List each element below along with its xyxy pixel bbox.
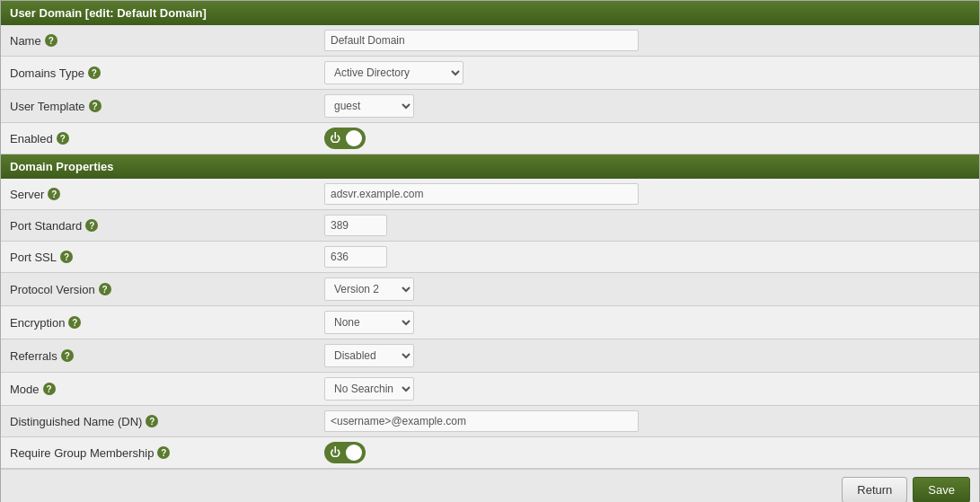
- enabled-help-icon[interactable]: ?: [57, 132, 69, 145]
- port-standard-label: Port Standard: [10, 219, 82, 233]
- referrals-row: Referrals ? Disabled Enabled: [1, 339, 979, 373]
- encryption-control: None SSL TLS: [324, 311, 970, 334]
- require-group-slider: ⏻: [324, 442, 366, 463]
- server-help-icon[interactable]: ?: [48, 188, 60, 200]
- port-standard-help-icon[interactable]: ?: [85, 219, 98, 232]
- domains-type-select[interactable]: Active Directory LDAP Local: [324, 61, 464, 84]
- encryption-label: Encryption: [10, 316, 65, 330]
- mode-row: Mode ? No Searching Anonymous Authentica…: [1, 373, 979, 406]
- require-group-on-icon: ⏻: [330, 446, 340, 459]
- enabled-toggle[interactable]: ⏻: [324, 128, 366, 149]
- mode-help-icon[interactable]: ?: [43, 383, 56, 395]
- name-label-area: Name ?: [10, 34, 324, 48]
- name-row: Name ?: [1, 25, 979, 57]
- name-control: [324, 30, 970, 51]
- user-template-row: User Template ? guest admin user: [1, 90, 979, 123]
- referrals-help-icon[interactable]: ?: [61, 349, 74, 362]
- footer: Return Save: [1, 469, 979, 502]
- name-help-icon[interactable]: ?: [45, 34, 57, 47]
- referrals-select[interactable]: Disabled Enabled: [324, 344, 414, 367]
- dn-control: [324, 410, 970, 432]
- require-group-toggle[interactable]: ⏻: [324, 442, 366, 463]
- dn-input[interactable]: [324, 410, 639, 432]
- user-template-help-icon[interactable]: ?: [89, 100, 102, 112]
- domains-type-label-area: Domains Type ?: [10, 66, 324, 80]
- encryption-row: Encryption ? None SSL TLS: [1, 306, 979, 339]
- port-ssl-help-icon[interactable]: ?: [60, 251, 73, 263]
- referrals-control: Disabled Enabled: [324, 344, 970, 367]
- name-input[interactable]: [324, 30, 639, 51]
- encryption-label-area: Encryption ?: [10, 316, 324, 330]
- dn-label-area: Distinguished Name (DN) ?: [10, 415, 324, 428]
- require-group-row: Require Group Membership ? ⏻: [1, 437, 979, 469]
- section-header-1: User Domain [edit: Default Domain]: [1, 1, 979, 25]
- port-standard-control: [324, 215, 970, 236]
- protocol-version-label: Protocol Version: [10, 283, 95, 296]
- user-template-label: User Template: [10, 100, 85, 113]
- domains-type-row: Domains Type ? Active Directory LDAP Loc…: [1, 57, 979, 90]
- server-control: [324, 183, 970, 205]
- domains-type-help-icon[interactable]: ?: [88, 66, 101, 79]
- enabled-on-icon: ⏻: [330, 132, 340, 145]
- domains-type-label: Domains Type: [10, 66, 84, 80]
- server-label-area: Server ?: [10, 188, 324, 201]
- referrals-label: Referrals: [10, 349, 57, 363]
- require-group-label: Require Group Membership: [10, 446, 154, 460]
- mode-label: Mode: [10, 383, 40, 396]
- referrals-label-area: Referrals ?: [10, 349, 324, 363]
- main-container: User Domain [edit: Default Domain] Name …: [0, 0, 980, 502]
- section-title-1: User Domain [edit: Default Domain]: [10, 6, 207, 20]
- require-group-help-icon[interactable]: ?: [157, 446, 170, 459]
- require-group-label-area: Require Group Membership ?: [10, 446, 324, 460]
- require-group-control: ⏻: [324, 442, 970, 463]
- port-standard-input[interactable]: [324, 215, 387, 236]
- domains-type-control: Active Directory LDAP Local: [324, 61, 970, 84]
- protocol-version-label-area: Protocol Version ?: [10, 283, 324, 296]
- enabled-row: Enabled ? ⏻: [1, 123, 979, 154]
- mode-label-area: Mode ?: [10, 383, 324, 396]
- port-standard-row: Port Standard ?: [1, 210, 979, 242]
- section-header-2: Domain Properties: [1, 154, 979, 179]
- protocol-version-row: Protocol Version ? Version 2 Version 3: [1, 273, 979, 306]
- mode-control: No Searching Anonymous Authenticated: [324, 377, 970, 401]
- enabled-label-area: Enabled ?: [10, 132, 324, 145]
- protocol-version-control: Version 2 Version 3: [324, 277, 970, 301]
- encryption-help-icon[interactable]: ?: [68, 316, 81, 329]
- protocol-version-help-icon[interactable]: ?: [99, 283, 111, 295]
- port-ssl-row: Port SSL ?: [1, 242, 979, 273]
- port-ssl-input[interactable]: [324, 246, 387, 268]
- port-standard-label-area: Port Standard ?: [10, 219, 324, 233]
- save-button[interactable]: Save: [913, 477, 970, 502]
- dn-label: Distinguished Name (DN): [10, 415, 142, 428]
- dn-help-icon[interactable]: ?: [146, 415, 158, 427]
- user-template-control: guest admin user: [324, 94, 970, 118]
- dn-row: Distinguished Name (DN) ?: [1, 406, 979, 437]
- user-template-label-area: User Template ?: [10, 100, 324, 113]
- port-ssl-label-area: Port SSL ?: [10, 251, 324, 264]
- port-ssl-label: Port SSL: [10, 251, 57, 264]
- server-label: Server: [10, 188, 44, 201]
- port-ssl-control: [324, 246, 970, 268]
- mode-select[interactable]: No Searching Anonymous Authenticated: [324, 377, 414, 401]
- protocol-version-select[interactable]: Version 2 Version 3: [324, 277, 414, 301]
- encryption-select[interactable]: None SSL TLS: [324, 311, 414, 334]
- return-button[interactable]: Return: [842, 477, 907, 502]
- enabled-slider: ⏻: [324, 128, 366, 149]
- name-label: Name: [10, 34, 41, 48]
- enabled-label: Enabled: [10, 132, 53, 145]
- section-title-2: Domain Properties: [10, 160, 114, 173]
- user-template-select[interactable]: guest admin user: [324, 94, 414, 118]
- server-input[interactable]: [324, 183, 639, 205]
- server-row: Server ?: [1, 179, 979, 210]
- enabled-control: ⏻: [324, 128, 970, 149]
